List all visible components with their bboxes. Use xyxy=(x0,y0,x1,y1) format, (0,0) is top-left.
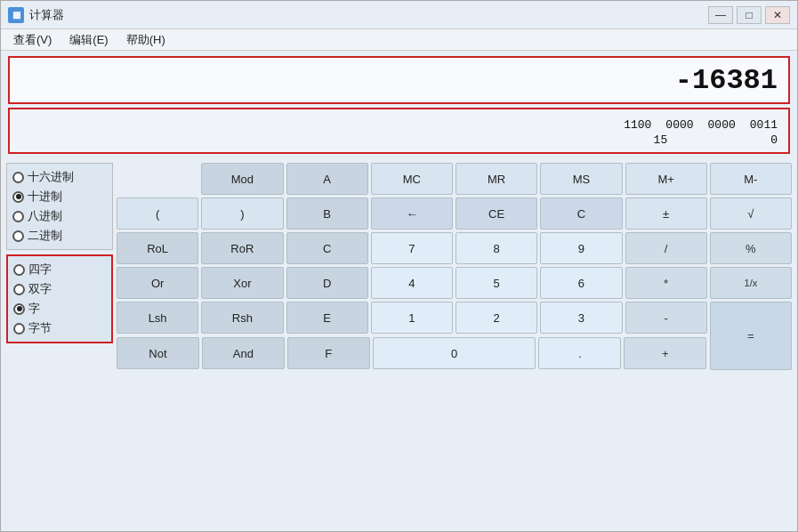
btn-reciprocal[interactable]: 1/x xyxy=(710,267,792,299)
btn-4[interactable]: 4 xyxy=(371,267,453,299)
window-controls: — □ ✕ xyxy=(708,6,790,24)
button-panel: Mod A MC MR MS M+ M- ( ) B ← CE C ± √ xyxy=(117,163,792,526)
btn-rol[interactable]: RoL xyxy=(117,232,198,264)
radio-byte-label: 字节 xyxy=(28,320,52,336)
btn-F[interactable]: F xyxy=(287,337,370,369)
btn-plus[interactable]: + xyxy=(624,337,706,369)
window-title: 计算器 xyxy=(29,7,708,23)
btn-sqrt[interactable]: √ xyxy=(710,197,792,230)
radio-dec-circle xyxy=(12,191,24,203)
radio-dword[interactable]: 双字 xyxy=(13,279,106,299)
menu-edit[interactable]: 编辑(E) xyxy=(60,30,117,50)
radio-dec-label: 十进制 xyxy=(28,189,62,205)
btn-mminus[interactable]: M- xyxy=(710,163,792,195)
radio-qword-label: 四字 xyxy=(28,262,52,278)
binary-group-4: 0011 xyxy=(750,118,778,133)
btn-lsh[interactable]: Lsh xyxy=(117,302,198,334)
btn-rsh[interactable]: Rsh xyxy=(201,302,283,334)
radio-oct[interactable]: 八进制 xyxy=(12,206,107,226)
maximize-button[interactable]: □ xyxy=(737,6,762,24)
binary-row-2: 15 0 xyxy=(654,133,778,149)
btn-mod[interactable]: Mod xyxy=(201,163,283,195)
btn-plusminus[interactable]: ± xyxy=(625,197,707,230)
main-display: -16381 xyxy=(8,56,790,104)
btn-6[interactable]: 6 xyxy=(540,267,622,299)
btn-clear[interactable]: C xyxy=(540,197,622,230)
app-icon: ▦ xyxy=(8,7,24,23)
btn-mplus[interactable]: M+ xyxy=(625,163,707,195)
btn-B[interactable]: B xyxy=(286,197,368,230)
btn-row-1: Mod A MC MR MS M+ M- xyxy=(117,163,792,195)
btn-5[interactable]: 5 xyxy=(455,267,537,299)
btn-A[interactable]: A xyxy=(286,163,368,195)
btn-ms[interactable]: MS xyxy=(540,163,622,195)
btn-C[interactable]: C xyxy=(286,232,368,264)
btn-mr[interactable]: MR xyxy=(455,163,537,195)
calculator-window: ▦ 计算器 — □ ✕ 查看(V) 编辑(E) 帮助(H) -16381 110… xyxy=(0,0,798,532)
btn-0[interactable]: 0 xyxy=(373,337,536,369)
radio-qword[interactable]: 四字 xyxy=(13,260,106,279)
radio-byte[interactable]: 字节 xyxy=(13,318,106,338)
btn-row-2: ( ) B ← CE C ± √ xyxy=(117,197,792,230)
radio-oct-circle xyxy=(12,211,24,222)
binary-row-1: 1100 0000 0000 0011 xyxy=(624,118,778,133)
btn-close-paren[interactable]: ) xyxy=(201,197,283,230)
radio-bin-circle xyxy=(12,230,24,242)
radio-bin[interactable]: 二进制 xyxy=(12,226,107,246)
binary-label-1: 15 xyxy=(654,133,668,149)
btn-divide[interactable]: / xyxy=(625,232,707,264)
binary-group-1: 1100 xyxy=(624,118,651,133)
btn-7[interactable]: 7 xyxy=(371,232,453,264)
btn-9[interactable]: 9 xyxy=(540,232,622,264)
menu-help[interactable]: 帮助(H) xyxy=(117,30,174,50)
btn-backspace[interactable]: ← xyxy=(371,197,453,230)
btn-percent[interactable]: % xyxy=(710,232,792,264)
btn-equals-tall[interactable]: = xyxy=(710,302,792,370)
word-radio-group: 四字 双字 字 字节 xyxy=(6,254,113,343)
btn-row-3: RoL RoR C 7 8 9 / % xyxy=(117,232,792,264)
btn-ce[interactable]: CE xyxy=(455,197,537,230)
binary-display: 1100 0000 0000 0011 15 0 xyxy=(8,108,790,154)
radio-dword-circle xyxy=(13,284,25,295)
radio-byte-circle xyxy=(13,323,25,335)
left-panel: 十六进制 十进制 八进制 二进制 四字 xyxy=(6,163,113,526)
btn-xor[interactable]: Xor xyxy=(201,267,283,299)
binary-label-2: 0 xyxy=(770,133,778,149)
btn-multiply[interactable]: * xyxy=(625,267,707,299)
radio-dword-label: 双字 xyxy=(28,281,52,297)
btn-E[interactable]: E xyxy=(286,302,368,334)
btn-8[interactable]: 8 xyxy=(455,232,537,264)
btn-3[interactable]: 3 xyxy=(540,302,622,334)
btn-and[interactable]: And xyxy=(202,337,285,369)
calc-body: 十六进制 十进制 八进制 二进制 四字 xyxy=(1,159,797,531)
btn-row-6: Not And F 0 . + xyxy=(117,337,792,369)
btn-not[interactable]: Not xyxy=(117,337,199,369)
radio-word-label: 字 xyxy=(28,301,40,317)
btn-2[interactable]: 2 xyxy=(455,302,537,334)
btn-decimal[interactable]: . xyxy=(538,337,621,369)
menu-bar: 查看(V) 编辑(E) 帮助(H) xyxy=(1,29,797,51)
btn-D[interactable]: D xyxy=(286,267,368,299)
radio-word-circle xyxy=(13,303,25,315)
radio-hex-circle xyxy=(12,172,24,183)
btn-ror[interactable]: RoR xyxy=(201,232,283,264)
radio-dec[interactable]: 十进制 xyxy=(12,187,107,206)
binary-group-2: 0000 xyxy=(665,118,693,133)
binary-group-3: 0000 xyxy=(708,118,736,133)
btn-1[interactable]: 1 xyxy=(371,302,453,334)
radio-bin-label: 二进制 xyxy=(28,228,62,244)
close-button[interactable]: ✕ xyxy=(765,6,790,24)
radio-hex-label: 十六进制 xyxy=(28,169,74,185)
btn-minus[interactable]: - xyxy=(625,302,707,334)
btn-or[interactable]: Or xyxy=(117,267,198,299)
radio-word[interactable]: 字 xyxy=(13,299,106,318)
btn-mc[interactable]: MC xyxy=(371,163,453,195)
radio-hex[interactable]: 十六进制 xyxy=(12,167,107,187)
minimize-button[interactable]: — xyxy=(708,6,733,24)
radio-oct-label: 八进制 xyxy=(28,208,62,224)
menu-view[interactable]: 查看(V) xyxy=(4,30,60,50)
btn-open-paren[interactable]: ( xyxy=(117,197,198,230)
title-bar: ▦ 计算器 — □ ✕ xyxy=(1,1,797,29)
base-radio-group: 十六进制 十进制 八进制 二进制 xyxy=(6,163,113,250)
radio-qword-circle xyxy=(13,264,25,276)
